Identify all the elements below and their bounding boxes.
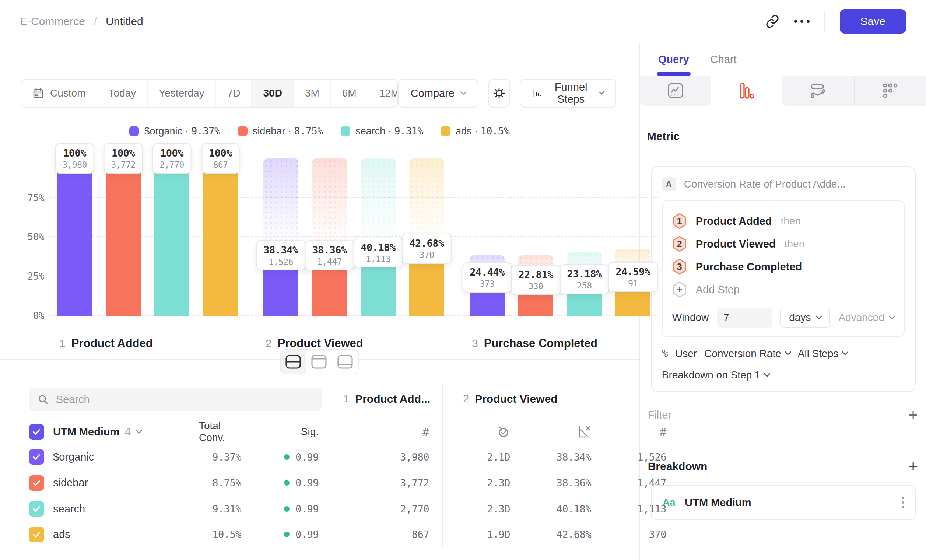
row-checkbox[interactable] <box>29 501 44 516</box>
y-axis-label: 25% <box>28 271 44 282</box>
table-row-name[interactable]: sidebar <box>29 470 199 496</box>
layout-split-button[interactable] <box>281 350 306 374</box>
tab-chart[interactable]: Chart <box>711 44 737 76</box>
bar-value-label: 40.18%1,113 <box>353 238 403 268</box>
date-range-label: 30D <box>263 87 282 99</box>
bar-value-label: 23.18%258 <box>560 264 609 294</box>
date-range-label: 7D <box>227 87 241 99</box>
chart-settings-button[interactable] <box>488 79 510 107</box>
spacer <box>322 522 330 548</box>
metric-title[interactable]: Conversion Rate of Product Adde... <box>684 178 846 190</box>
date-range-label: Custom <box>50 87 85 99</box>
add-breakdown-button[interactable]: + <box>908 458 918 475</box>
window-unit-selector[interactable]: days <box>780 308 830 327</box>
date-range-6m[interactable]: 6M <box>331 80 368 107</box>
funnel-bar[interactable] <box>203 159 238 316</box>
compare-button[interactable]: Compare <box>398 79 478 107</box>
select-all-checkbox[interactable] <box>29 424 44 439</box>
breakdown-item[interactable]: Aa UTM Medium <box>651 485 916 520</box>
funnel-step-item[interactable]: 1 Product Added then <box>672 210 894 233</box>
row-checkbox[interactable] <box>29 527 44 542</box>
funnel-bar[interactable] <box>106 159 141 316</box>
bar-value-label: 38.34%1,526 <box>256 240 306 271</box>
chart-type-line-tab[interactable] <box>640 76 711 106</box>
breadcrumb-parent[interactable]: E-Commerce <box>20 15 85 28</box>
search-icon <box>38 394 48 405</box>
date-range-label: Today <box>108 87 136 99</box>
breadcrumb-current[interactable]: Untitled <box>106 15 143 28</box>
save-button[interactable]: Save <box>840 9 906 33</box>
bar-value-label: 100%867 <box>201 143 239 174</box>
window-value-input[interactable] <box>717 308 772 327</box>
search-input[interactable] <box>56 394 313 406</box>
date-range-30d[interactable]: 30D <box>252 80 294 107</box>
legend-item[interactable]: search · 9.31% <box>341 125 423 137</box>
bar-value-label: 22.81%330 <box>511 265 561 295</box>
breakdown-step-selector[interactable]: Breakdown on Step 1 <box>662 369 770 381</box>
y-axis-label: 75% <box>28 192 44 203</box>
chart-type-retention-tab[interactable] <box>854 76 926 106</box>
row-label: $organic <box>53 451 94 463</box>
more-options-icon[interactable] <box>794 20 809 23</box>
date-range-today[interactable]: Today <box>97 80 148 107</box>
funnel-step-item[interactable]: 2 Product Viewed then <box>672 233 894 255</box>
step2-time-header[interactable] <box>442 420 510 443</box>
gear-icon <box>492 86 507 101</box>
spacer <box>322 420 330 443</box>
date-range-yesterday[interactable]: Yesterday <box>148 80 216 107</box>
layout-table-only-button[interactable] <box>332 350 358 374</box>
date-range-custom[interactable]: Custom <box>21 80 97 107</box>
funnel-step-label: 1Product Added <box>59 337 153 350</box>
breakdown-item-menu-icon[interactable] <box>902 497 904 508</box>
date-range-12m[interactable]: 12M <box>368 80 398 107</box>
table-row-name[interactable]: ads <box>29 522 199 548</box>
bar-value-label: 100%3,772 <box>103 143 143 174</box>
row-sig: 0.99 <box>241 470 322 496</box>
legend-item[interactable]: sidebar · 8.75% <box>238 125 323 137</box>
sig-dot <box>284 480 289 486</box>
measure-selector[interactable]: Conversion Rate <box>704 348 790 360</box>
tab-query[interactable]: Query <box>658 44 689 76</box>
legend-item[interactable]: $organic · 9.37% <box>129 125 220 137</box>
funnel-bar[interactable] <box>154 159 189 316</box>
metric-section-title: Metric <box>640 130 926 142</box>
line-chart-icon <box>667 82 684 100</box>
step1-count-header[interactable]: # <box>330 420 442 443</box>
table-row-name[interactable]: search <box>29 495 199 522</box>
funnel-bar[interactable] <box>57 159 92 316</box>
row-step2-time: 1.9D <box>442 522 510 548</box>
chevron-down-icon[interactable] <box>136 427 142 434</box>
conversion-window-row: Window days Advanced <box>672 308 894 327</box>
row-step2-conv: 38.34% <box>510 443 591 470</box>
table-row-name[interactable]: $organic <box>29 443 199 470</box>
funnel-step-item[interactable]: 3 Purchase Completed <box>672 255 894 278</box>
funnel-chart-icon <box>738 82 755 100</box>
add-filter-button[interactable]: + <box>908 407 918 423</box>
layout-chart-only-button[interactable] <box>306 350 332 374</box>
date-range-7d[interactable]: 7D <box>216 80 252 107</box>
share-link-icon[interactable] <box>766 14 779 28</box>
window-label: Window <box>672 312 709 324</box>
row-checkbox[interactable] <box>29 449 44 465</box>
legend-swatch <box>341 126 350 136</box>
scope-selector[interactable]: All Steps <box>798 348 848 360</box>
row-step2-conv: 42.68% <box>510 522 591 548</box>
row-total-conv: 8.75% <box>199 470 241 496</box>
chart-view-selector[interactable]: Funnel Steps <box>520 79 616 107</box>
step-number-badge: 2 <box>672 236 687 252</box>
funnel-step-labels: 1Product Added 2Product Viewed 3Purchase… <box>55 337 659 353</box>
group-column-header[interactable]: UTM Medium 4 <box>29 420 199 443</box>
row-checkbox[interactable] <box>29 475 44 491</box>
legend-item[interactable]: ads · 10.5% <box>441 125 509 137</box>
step2-conv-header[interactable] <box>510 420 591 443</box>
entity-selector[interactable]: User <box>675 348 697 360</box>
add-step-button[interactable]: + Add Step <box>672 278 894 301</box>
advanced-toggle[interactable]: Advanced <box>838 312 894 324</box>
sig-header[interactable]: Sig. <box>241 420 322 443</box>
date-range-3m[interactable]: 3M <box>294 80 331 107</box>
chart-type-flow-tab[interactable] <box>782 76 854 106</box>
metric-card: A Conversion Rate of Product Adde... 1 P… <box>651 166 916 392</box>
total-conv-header[interactable]: Total Conv. <box>199 420 241 443</box>
chart-type-funnel-tab[interactable] <box>711 76 783 106</box>
row-step2-time: 2.1D <box>442 443 510 470</box>
